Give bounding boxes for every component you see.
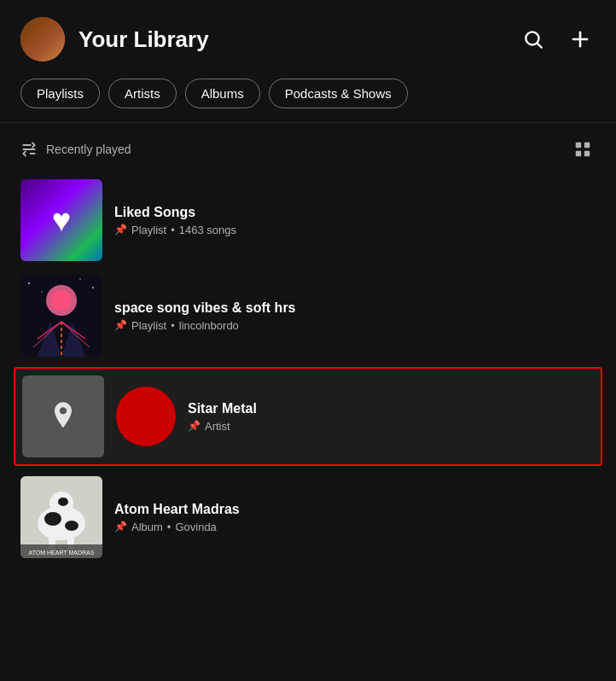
pin-icon-large [46,399,80,434]
add-button[interactable] [565,24,596,55]
grid-icon [573,140,592,159]
space-thumbnail [20,275,102,357]
library-list: ♥ Liked Songs 📌 Playlist • 1463 songs [0,172,616,565]
item-type: Playlist [131,319,166,332]
heart-icon: ♥ [52,202,72,239]
item-name: Liked Songs [114,205,596,220]
sitar-metal-item[interactable]: Sitar Metal 📌 Artist [14,367,602,466]
svg-rect-10 [584,151,590,156]
page-title: Your Library [78,26,505,53]
header: Your Library [0,0,616,75]
liked-songs-thumbnail: ♥ [20,179,102,261]
sort-label: Recently played [46,143,131,156]
atom-thumbnail: ATOM HEART MADRAS [20,476,102,558]
item-detail: Govinda [175,521,216,533]
item-type: Album [131,521,163,533]
filter-artists[interactable]: Artists [108,79,177,108]
list-item[interactable]: ♥ Liked Songs 📌 Playlist • 1463 songs [20,172,596,268]
svg-point-30 [58,498,68,506]
atom-heart-info: Atom Heart Madras 📌 Album • Govinda [114,502,596,533]
liked-songs-info: Liked Songs 📌 Playlist • 1463 songs [114,205,596,236]
svg-point-13 [51,290,72,311]
svg-line-1 [538,44,542,48]
search-icon [522,28,544,50]
item-type: Artist [205,420,230,433]
pin-icon: 📌 [114,319,127,331]
list-item[interactable]: space song vibes & soft hrs 📌 Playlist •… [20,268,596,364]
item-meta: 📌 Playlist • 1463 songs [114,224,596,236]
svg-point-23 [79,278,81,280]
space-song-info: space song vibes & soft hrs 📌 Playlist •… [114,300,596,332]
sitar-thumbnail [22,375,104,457]
filter-podcasts[interactable]: Podcasts & Shows [269,79,408,108]
filter-bar: Playlists Artists Albums Podcasts & Show… [0,75,616,122]
pin-icon: 📌 [114,521,127,533]
header-actions [519,24,596,55]
svg-rect-8 [584,143,590,148]
sort-bar: Recently played [0,123,616,172]
svg-rect-9 [576,151,581,156]
item-detail: 1463 songs [179,224,236,236]
separator: • [171,224,175,236]
sitar-artist-avatar [116,387,176,446]
svg-point-22 [92,287,94,288]
item-meta: 📌 Artist [188,420,594,433]
filter-albums[interactable]: Albums [185,79,260,108]
separator: • [167,521,171,533]
sort-control[interactable]: Recently played [20,141,131,158]
pin-icon: 📌 [114,224,127,236]
sitar-metal-info: Sitar Metal 📌 Artist [188,401,594,433]
atom-art: ATOM HEART MADRAS [20,476,102,558]
svg-text:ATOM HEART MADRAS: ATOM HEART MADRAS [29,550,95,556]
grid-view-button[interactable] [570,137,596,162]
svg-point-28 [44,512,61,526]
sort-icon [20,141,38,158]
item-type: Playlist [131,224,166,236]
svg-rect-7 [576,143,581,148]
filter-playlists[interactable]: Playlists [20,79,100,108]
svg-point-29 [65,521,78,531]
separator: • [171,319,175,332]
svg-point-24 [41,291,43,293]
item-name: Sitar Metal [188,401,594,416]
item-name: Atom Heart Madras [114,502,596,517]
search-button[interactable] [519,25,548,54]
list-item[interactable]: ATOM HEART MADRAS Atom Heart Madras 📌 Al… [20,469,596,565]
pin-icon: 📌 [188,420,200,432]
space-art [20,275,102,357]
item-name: space song vibes & soft hrs [114,300,596,316]
svg-point-21 [28,282,30,284]
avatar[interactable] [20,17,65,61]
item-meta: 📌 Album • Govinda [114,521,596,533]
item-detail: lincolnbordo [179,319,239,332]
item-meta: 📌 Playlist • lincolnbordo [114,319,596,332]
plus-icon [568,27,592,51]
